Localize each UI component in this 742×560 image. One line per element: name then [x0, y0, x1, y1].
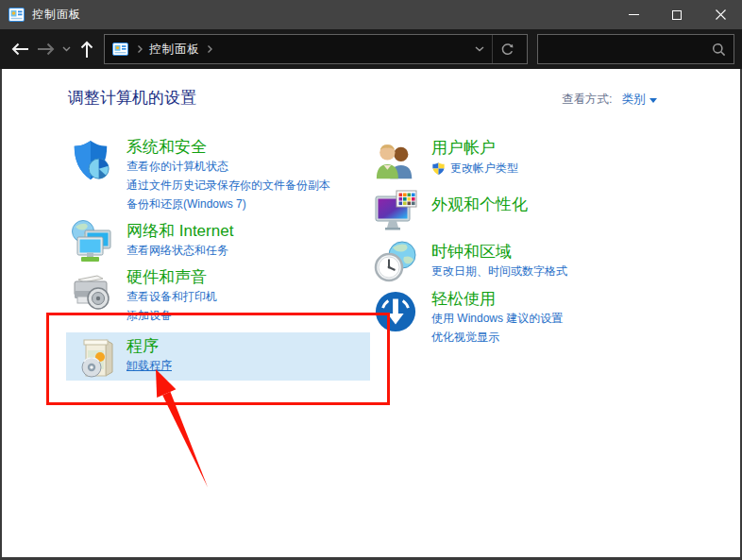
control-panel-icon: [8, 8, 25, 22]
chevron-down-icon: [62, 46, 71, 52]
link-windows-suggested-settings[interactable]: 使用 Windows 建议的设置: [431, 313, 563, 325]
network-internet-icon[interactable]: [69, 219, 114, 264]
link-file-history-backup[interactable]: 通过文件历史记录保存你的文件备份副本: [126, 179, 330, 192]
recent-pages-button[interactable]: [59, 34, 74, 64]
control-panel-window: 控制面板: [0, 0, 742, 560]
hardware-sound-printer-icon[interactable]: [69, 268, 114, 314]
close-icon: [716, 9, 726, 20]
category-title-appearance[interactable]: 外观和个性化: [431, 195, 528, 214]
refresh-icon: [500, 42, 514, 57]
back-button[interactable]: [6, 34, 34, 64]
window-title: 控制面板: [32, 7, 81, 23]
control-panel-home: 调整计算机的设置 查看方式: 类别 系统和安全 查看你的计算机状: [2, 69, 740, 557]
breadcrumb-control-panel[interactable]: 控制面板: [149, 42, 200, 58]
address-dropdown-button[interactable]: [467, 35, 492, 63]
section-programs: 程序 卸载程序: [69, 337, 172, 382]
category-title-hardware-sound[interactable]: 硬件和声音: [126, 268, 207, 287]
maximize-button[interactable]: [655, 0, 699, 29]
uac-shield-icon: [431, 161, 446, 176]
category-title-system-security[interactable]: 系统和安全: [126, 138, 207, 157]
ease-of-access-icon[interactable]: [374, 290, 419, 335]
programs-box-cd-icon[interactable]: [69, 337, 114, 382]
section-system-and-security: 系统和安全 查看你的计算机状态 通过文件历史记录保存你的文件备份副本 备份和还原…: [69, 138, 330, 217]
category-title-ease-of-access[interactable]: 轻松使用: [431, 290, 496, 309]
page-title: 调整计算机的设置: [68, 87, 196, 109]
link-check-computer-status[interactable]: 查看你的计算机状态: [126, 161, 330, 173]
up-arrow-icon: [80, 41, 93, 59]
forward-arrow-icon: [37, 42, 56, 56]
section-user-accounts: 用户帐户 更改帐户类型: [374, 139, 518, 186]
link-change-account-type[interactable]: 更改帐户类型: [450, 162, 518, 175]
forward-button[interactable]: [34, 34, 59, 64]
section-appearance-personalization: 外观和个性化: [374, 195, 528, 233]
control-panel-icon: [112, 42, 128, 56]
search-input[interactable]: [546, 42, 712, 56]
link-add-device[interactable]: 添加设备: [126, 310, 217, 322]
view-by-value[interactable]: 类别: [621, 92, 645, 108]
view-by-control: 查看方式: 类别: [562, 92, 657, 108]
refresh-button[interactable]: [493, 35, 521, 63]
navigation-bar: 控制面板: [0, 29, 742, 69]
back-arrow-icon: [10, 42, 29, 56]
link-view-network-status[interactable]: 查看网络状态和任务: [126, 245, 233, 257]
appearance-personalization-icon[interactable]: [374, 188, 419, 233]
link-uninstall-program[interactable]: 卸载程序: [126, 360, 172, 372]
section-hardware-sound: 硬件和声音 查看设备和打印机 添加设备: [69, 268, 217, 329]
link-backup-restore-win7[interactable]: 备份和还原(Windows 7): [126, 198, 330, 211]
system-security-shield-icon[interactable]: [69, 138, 114, 183]
search-icon[interactable]: [712, 42, 726, 57]
breadcrumb-chevron-icon: [135, 44, 144, 54]
link-change-date-time-format[interactable]: 更改日期、时间或数字格式: [431, 265, 567, 278]
titlebar: 控制面板: [0, 0, 742, 29]
link-view-devices-printers[interactable]: 查看设备和打印机: [126, 291, 217, 303]
section-network-internet: 网络和 Internet 查看网络状态和任务: [69, 222, 233, 264]
search-box[interactable]: [537, 34, 734, 64]
section-clock-region: 时钟和区域 更改日期、时间或数字格式: [374, 243, 567, 284]
up-button[interactable]: [74, 34, 100, 64]
link-optimize-visual-display[interactable]: 优化视觉显示: [431, 331, 563, 344]
view-by-caret-icon[interactable]: [649, 98, 657, 103]
user-accounts-icon[interactable]: [374, 141, 419, 186]
category-title-network-internet[interactable]: 网络和 Internet: [126, 222, 233, 241]
breadcrumb-chevron-icon[interactable]: [205, 44, 214, 54]
view-by-label: 查看方式:: [562, 92, 612, 108]
category-title-programs[interactable]: 程序: [126, 337, 159, 356]
chevron-down-icon: [475, 46, 484, 52]
category-title-user-accounts[interactable]: 用户帐户: [431, 139, 496, 158]
category-title-clock-region[interactable]: 时钟和区域: [431, 243, 512, 262]
close-button[interactable]: [699, 0, 742, 29]
minimize-icon: [629, 14, 639, 15]
clock-region-icon[interactable]: [374, 239, 419, 284]
maximize-icon: [672, 10, 682, 20]
section-ease-of-access: 轻松使用 使用 Windows 建议的设置 优化视觉显示: [374, 290, 563, 350]
address-bar[interactable]: 控制面板: [104, 34, 528, 64]
address-bar-controls: [467, 35, 521, 63]
window-controls: [612, 0, 742, 29]
minimize-button[interactable]: [612, 0, 655, 29]
